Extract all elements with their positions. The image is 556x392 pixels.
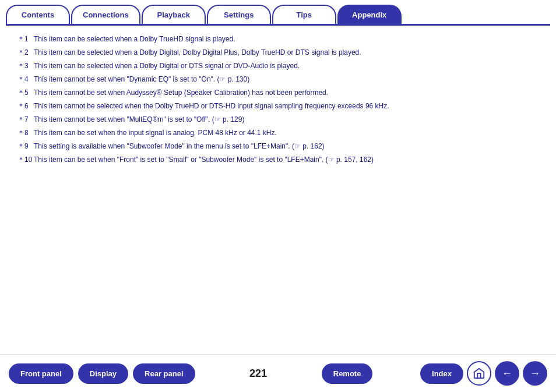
footnote-item: ＊5This item cannot be set when Audyssey®…	[17, 87, 539, 98]
footnote-marker: ＊8	[17, 128, 34, 138]
footnote-marker: ＊6	[17, 101, 34, 111]
footnote-item: ＊4This item cannot be set when "Dynamic …	[17, 74, 539, 84]
rear-panel-button[interactable]: Rear panel	[133, 363, 195, 384]
tab-connections[interactable]: Connections	[71, 5, 140, 24]
forward-button[interactable]: →	[523, 361, 547, 386]
display-button[interactable]: Display	[78, 363, 128, 384]
tab-contents[interactable]: Contents	[6, 5, 70, 24]
tab-playback[interactable]: Playback	[142, 5, 206, 24]
footnote-text: This item can be selected when a Dolby D…	[34, 61, 300, 71]
bottom-nav-left: Front panel Display Rear panel	[9, 363, 195, 384]
footnote-marker: ＊4	[17, 74, 34, 84]
bottom-nav-center: Remote	[322, 363, 373, 384]
footnote-item: ＊1This item can be selected when a Dolby…	[17, 34, 539, 44]
top-navigation: ContentsConnectionsPlaybackSettingsTipsA…	[0, 0, 556, 24]
footnote-text: This item cannot be set when "MultEQ®m" …	[34, 114, 244, 125]
index-button[interactable]: Index	[420, 363, 463, 384]
footnote-text: This item can be set when the input sign…	[34, 128, 277, 138]
footnote-text: This item can be selected when a Dolby T…	[34, 34, 235, 44]
footnote-text: This item cannot be set when Audyssey® S…	[34, 87, 328, 98]
footnote-marker: ＊5	[17, 87, 34, 98]
footnote-text: This item cannot be set when "Dynamic EQ…	[34, 74, 249, 84]
back-button[interactable]: ←	[495, 361, 519, 386]
home-icon	[473, 367, 485, 380]
tab-settings[interactable]: Settings	[207, 5, 271, 24]
home-button[interactable]	[467, 361, 491, 386]
footnote-item: ＊2This item can be selected when a Dolby…	[17, 47, 539, 58]
footnote-marker: ＊2	[17, 47, 34, 58]
footnote-text: This item can be selected when a Dolby D…	[34, 47, 361, 58]
bottom-navigation: Front panel Display Rear panel 221 Remot…	[0, 354, 556, 392]
footnote-item: ＊6This item cannot be selected when the …	[17, 101, 539, 111]
tab-tips[interactable]: Tips	[272, 5, 336, 24]
footnote-text: This setting is available when "Subwoofe…	[34, 141, 325, 151]
page-number: 221	[249, 368, 267, 380]
remote-button[interactable]: Remote	[322, 363, 373, 384]
footnote-marker: ＊7	[17, 114, 34, 125]
footnote-text: This item can be set when "Front" is set…	[34, 154, 374, 165]
footnote-item: ＊8This item can be set when the input si…	[17, 128, 539, 138]
footnote-item: ＊7This item cannot be set when "MultEQ®m…	[17, 114, 539, 125]
footnote-item: ＊3This item can be selected when a Dolby…	[17, 61, 539, 71]
footnote-marker: ＊3	[17, 61, 34, 71]
footnote-item: ＊10This item can be set when "Front" is …	[17, 154, 539, 165]
footnote-marker: ＊1	[17, 34, 34, 44]
footnote-marker: ＊9	[17, 141, 34, 151]
tab-appendix[interactable]: Appendix	[337, 5, 402, 24]
footnote-text: This item cannot be selected when the Do…	[34, 101, 389, 111]
main-content: ＊1This item can be selected when a Dolby…	[0, 26, 556, 174]
footnote-marker: ＊10	[17, 154, 34, 165]
front-panel-button[interactable]: Front panel	[9, 363, 73, 384]
footnote-item: ＊9This setting is available when "Subwoo…	[17, 141, 539, 151]
